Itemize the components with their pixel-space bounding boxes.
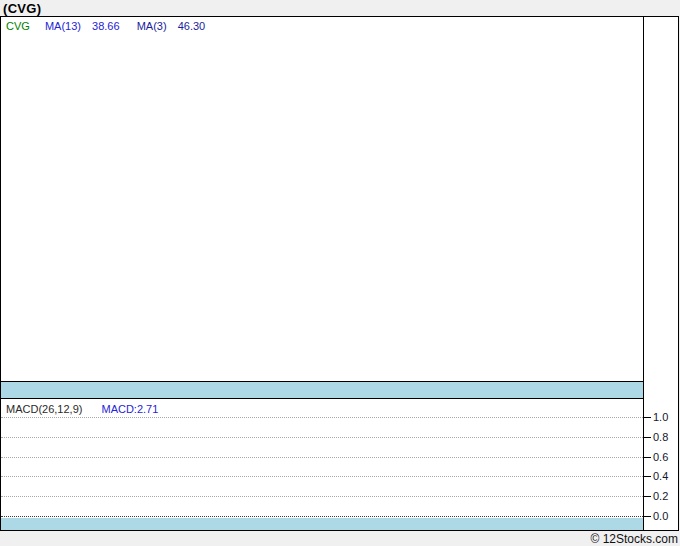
gridline-zero (1, 516, 643, 517)
y-axis-tick-label: 0.4 (653, 469, 679, 483)
gridline-0.4 (1, 476, 643, 477)
tick-mark (644, 437, 651, 438)
stock-chart-page: (CVG) CVG MA(13) 38.66 MA(3) 46.30 MACD(… (0, 0, 680, 546)
price-panel-legend: CVG MA(13) 38.66 MA(3) 46.30 (6, 20, 205, 32)
tick-mark (644, 417, 651, 418)
gridline-1.0 (1, 417, 643, 418)
y-axis-tick-label: 0.0 (653, 509, 679, 523)
tick-mark (644, 496, 651, 497)
gridline-0.2 (1, 496, 643, 497)
y-axis-tick-label: 1.0 (653, 410, 679, 424)
tick-mark (644, 457, 651, 458)
y-axis-divider-line (643, 17, 644, 530)
watermark-credit: © 12Stocks.com (0, 532, 678, 546)
y-axis-tick-label: 0.8 (653, 430, 679, 444)
ticker-symbol-label: CVG (6, 20, 30, 32)
macd-panel-highlight-band (1, 518, 643, 530)
y-axis-tick-label: 0.2 (653, 489, 679, 503)
macd-panel-legend: MACD(26,12,9) MACD:2.71 (6, 403, 158, 415)
ma3-label: MA(3) (137, 20, 167, 32)
gridline-0.8 (1, 437, 643, 438)
gridline-0.6 (1, 457, 643, 458)
page-title: (CVG) (3, 1, 41, 16)
price-panel-highlight-band (1, 381, 643, 399)
y-axis-tick-label: 0.6 (653, 450, 679, 464)
macd-value: MACD:2.71 (101, 403, 158, 415)
ma13-label: MA(13) (45, 20, 81, 32)
tick-mark (644, 516, 651, 517)
ma3-value: 46.30 (178, 20, 206, 32)
ma13-value: 38.66 (92, 20, 120, 32)
tick-mark (644, 476, 651, 477)
chart-frame: CVG MA(13) 38.66 MA(3) 46.30 MACD(26,12,… (0, 16, 679, 531)
macd-indicator-label: MACD(26,12,9) (6, 403, 82, 415)
